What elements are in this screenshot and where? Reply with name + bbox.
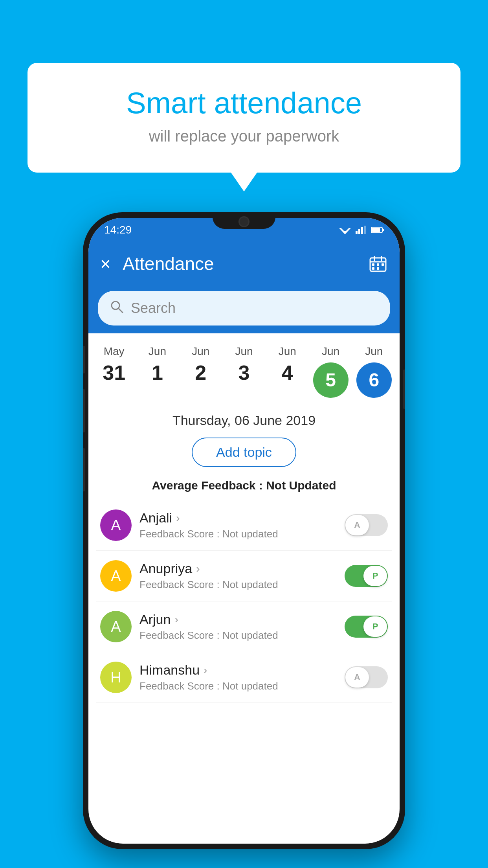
date-number: 4: [282, 362, 293, 383]
svg-rect-5: [361, 227, 363, 234]
student-name: Himanshu ›: [139, 662, 337, 678]
student-name: Arjun ›: [139, 612, 337, 627]
avg-feedback-label: Average Feedback :: [152, 479, 262, 492]
feedback-score: Feedback Score : Not updated: [139, 579, 337, 591]
student-info: Anupriya ›Feedback Score : Not updated: [139, 561, 337, 591]
power-button: [83, 346, 85, 373]
status-time: 14:29: [104, 224, 132, 236]
student-item[interactable]: AArjun ›Feedback Score : Not updated P: [96, 601, 392, 652]
date-col[interactable]: Jun5: [311, 345, 350, 398]
student-info: Himanshu ›Feedback Score : Not updated: [139, 662, 337, 692]
wifi-icon: [339, 226, 351, 234]
svg-rect-9: [372, 228, 380, 232]
feedback-score: Feedback Score : Not updated: [139, 680, 337, 692]
svg-rect-6: [364, 226, 366, 234]
toggle-knob: A: [345, 515, 369, 535]
phone-outer: 14:29: [83, 212, 405, 849]
feedback-score: Feedback Score : Not updated: [139, 629, 337, 642]
toggle-active[interactable]: P: [345, 565, 388, 587]
svg-line-20: [119, 309, 123, 313]
speech-bubble: Smart attendance will replace your paper…: [28, 63, 460, 173]
speech-bubble-container: Smart attendance will replace your paper…: [28, 63, 460, 173]
selected-date-label: Thursday, 06 June 2019: [88, 402, 400, 432]
date-col[interactable]: Jun2: [181, 345, 220, 383]
date-col[interactable]: Jun6: [354, 345, 394, 398]
svg-rect-17: [372, 267, 374, 270]
attendance-toggle[interactable]: P: [345, 565, 388, 587]
toggle-inactive[interactable]: A: [345, 666, 388, 688]
date-month: Jun: [235, 345, 253, 358]
chevron-icon: ›: [204, 664, 207, 677]
search-icon: [110, 300, 124, 317]
date-col[interactable]: Jun1: [138, 345, 177, 383]
date-col[interactable]: Jun4: [268, 345, 307, 383]
svg-rect-16: [382, 263, 384, 266]
chevron-icon: ›: [196, 563, 200, 575]
date-month: May: [104, 345, 125, 358]
date-number: 5: [325, 371, 336, 390]
date-col[interactable]: May31: [94, 345, 134, 383]
svg-rect-8: [383, 229, 384, 231]
student-list: AAnjali ›Feedback Score : Not updated A …: [88, 500, 400, 703]
date-circle-blue: 6: [356, 362, 392, 398]
toggle-inactive[interactable]: A: [345, 514, 388, 536]
phone-screen: 14:29: [88, 218, 400, 844]
add-topic-container: Add topic: [88, 432, 400, 475]
avatar: A: [100, 560, 132, 592]
attendance-toggle[interactable]: P: [345, 616, 388, 638]
svg-rect-14: [372, 263, 374, 266]
date-number: 6: [369, 371, 379, 390]
phone-device: 14:29: [83, 212, 405, 849]
status-icons: [339, 226, 384, 234]
svg-marker-2: [342, 231, 348, 234]
date-month: Jun: [322, 345, 339, 358]
date-number: 31: [103, 362, 125, 383]
student-item[interactable]: AAnupriya ›Feedback Score : Not updated …: [96, 551, 392, 601]
search-placeholder: Search: [131, 300, 176, 316]
student-item[interactable]: AAnjali ›Feedback Score : Not updated A: [96, 500, 392, 551]
close-button[interactable]: ×: [100, 253, 111, 274]
toggle-knob: P: [363, 566, 387, 586]
date-circle-green: 5: [313, 362, 349, 398]
date-col[interactable]: Jun3: [224, 345, 264, 383]
date-number: 1: [152, 362, 163, 383]
volume-down-button: [83, 448, 85, 491]
svg-rect-18: [377, 267, 379, 270]
calendar-icon[interactable]: [368, 254, 388, 274]
svg-rect-4: [358, 229, 360, 234]
svg-rect-15: [377, 263, 379, 266]
avatar: A: [100, 611, 132, 642]
student-info: Arjun ›Feedback Score : Not updated: [139, 612, 337, 642]
student-name: Anupriya ›: [139, 561, 337, 576]
search-bar-container: Search: [88, 285, 400, 333]
add-topic-button[interactable]: Add topic: [192, 438, 296, 467]
date-month: Jun: [149, 345, 166, 358]
battery-icon: [371, 226, 384, 234]
phone-camera: [238, 216, 250, 227]
search-bar[interactable]: Search: [98, 291, 390, 326]
attendance-toggle[interactable]: A: [345, 666, 388, 688]
attendance-toggle[interactable]: A: [345, 514, 388, 536]
student-name: Anjali ›: [139, 510, 337, 526]
date-month: Jun: [365, 345, 383, 358]
speech-bubble-title: Smart attendance: [59, 86, 429, 120]
calendar-row: May31Jun1Jun2Jun3Jun4Jun5Jun6: [88, 333, 400, 402]
student-item[interactable]: HHimanshu ›Feedback Score : Not updated …: [96, 652, 392, 703]
speech-bubble-subtitle: will replace your paperwork: [59, 127, 429, 145]
chevron-icon: ›: [176, 512, 180, 524]
avg-feedback: Average Feedback : Not Updated: [88, 475, 400, 500]
volume-button-right: [403, 370, 405, 409]
signal-icon: [356, 226, 367, 234]
avg-feedback-value: Not Updated: [266, 479, 336, 492]
date-number: 2: [195, 362, 206, 383]
date-month: Jun: [192, 345, 209, 358]
volume-up-button: [83, 389, 85, 432]
avatar: H: [100, 662, 132, 693]
date-month: Jun: [279, 345, 296, 358]
toggle-knob: P: [363, 616, 387, 637]
svg-rect-3: [356, 231, 358, 234]
date-number: 3: [238, 362, 250, 383]
avatar: A: [100, 509, 132, 541]
toggle-active[interactable]: P: [345, 616, 388, 638]
app-bar-title: Attendance: [123, 253, 356, 274]
